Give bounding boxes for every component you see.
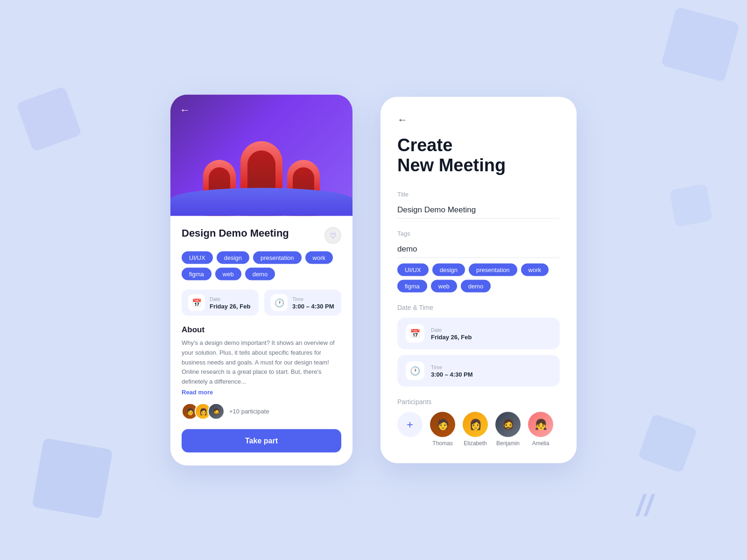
date-card: 📅 Date Friday 26, Feb (182, 290, 259, 316)
participant-item-thomas: 🧑 Thomas (430, 412, 455, 447)
participant-name-amelia: Amelia (532, 440, 550, 447)
add-participant-item: + (397, 412, 423, 437)
about-title: About (182, 325, 341, 335)
decoration-cube-top-right (661, 7, 740, 82)
meeting-title-row: Design Demo Meeting ♡ (182, 227, 341, 244)
decoration-cube-bottom-left (32, 438, 113, 519)
avatar-thomas: 🧑 (430, 412, 455, 437)
hero-ground (170, 188, 352, 216)
participant-list: + 🧑 Thomas 👩 Elizabeth 🧔 Benjamin (397, 412, 560, 447)
time-card: 🕐 Time 3:00 – 4:30 PM (264, 290, 341, 316)
create-tag-demo[interactable]: demo (461, 280, 491, 293)
tag-presentation[interactable]: presentation (253, 252, 302, 264)
participant-name-thomas: Thomas (432, 440, 452, 447)
tags-input[interactable] (397, 241, 560, 258)
create-tag-uiux[interactable]: UI/UX (397, 264, 429, 276)
avatar-elizabeth: 👩 (463, 412, 488, 437)
decoration-cube-bottom-right (638, 413, 698, 473)
date-info: Date Friday 26, Feb (210, 296, 250, 309)
title-label: Title (397, 191, 560, 198)
create-tag-work[interactable]: work (521, 264, 549, 276)
participants-section-label: Participants (397, 398, 560, 406)
small-avatar-3: 🧔 (208, 403, 225, 420)
calendar-icon: 📅 (188, 294, 205, 311)
clock-icon: 🕐 (271, 294, 288, 311)
add-icon: + (407, 418, 413, 431)
screens-container: ← Design Demo Meeting ♡ UI/UX design (170, 95, 577, 466)
title-form-group: Title (397, 191, 560, 219)
participants-row: 🧑 👩 🧔 +10 participate (182, 403, 341, 420)
create-meeting-title: Create New Meeting (397, 135, 560, 175)
date-label: Date (210, 296, 250, 301)
phone-body: Design Demo Meeting ♡ UI/UX design prese… (170, 216, 352, 466)
add-participant-button[interactable]: + (397, 412, 423, 437)
participant-item-benjamin: 🧔 Benjamin (495, 412, 521, 447)
title-input[interactable] (397, 202, 560, 219)
create-tag-presentation[interactable]: presentation (469, 264, 517, 276)
create-time-label: Time (431, 364, 473, 370)
meeting-title: Design Demo Meeting (182, 227, 289, 239)
time-label: Time (292, 296, 334, 301)
participant-name-benjamin: Benjamin (496, 440, 520, 447)
tags-label: Tags (397, 230, 560, 237)
create-time-card[interactable]: 🕐 Time 3:00 – 4:30 PM (397, 355, 560, 387)
avatar-benjamin: 🧔 (495, 412, 521, 437)
tags-chips: UI/UX design presentation work figma web… (397, 264, 560, 293)
time-value: 3:00 – 4:30 PM (292, 302, 334, 309)
participants-section: Participants + 🧑 Thomas 👩 Elizabeth (397, 398, 560, 447)
tag-design[interactable]: design (217, 252, 249, 264)
favorite-button[interactable]: ♡ (324, 227, 341, 244)
create-time-info: Time 3:00 – 4:30 PM (431, 364, 473, 378)
participate-count: +10 participate (229, 408, 269, 415)
create-date-card[interactable]: 📅 Date Friday 26, Feb (397, 318, 560, 350)
create-date-value: Friday 26, Feb (431, 333, 472, 340)
decoration-cube-mid-right (669, 184, 713, 227)
left-phone-card: ← Design Demo Meeting ♡ UI/UX design (170, 95, 352, 466)
create-date-info: Date Friday 26, Feb (431, 327, 472, 340)
tag-work[interactable]: work (305, 252, 333, 264)
read-more-link[interactable]: Read more (182, 388, 341, 395)
decoration-cube-top-left (16, 86, 82, 152)
participant-avatars: 🧑 👩 🧔 (182, 403, 225, 420)
avatar-amelia: 👧 (528, 412, 553, 437)
take-part-button[interactable]: Take part (182, 429, 341, 452)
participant-item-elizabeth: 👩 Elizabeth (463, 412, 488, 447)
datetime-section-label: Date & Time (397, 304, 560, 311)
create-tag-design[interactable]: design (432, 264, 465, 276)
create-tag-web[interactable]: web (431, 280, 457, 293)
double-slash-decoration: // (634, 488, 657, 523)
tag-figma[interactable]: figma (182, 268, 211, 280)
tag-demo[interactable]: demo (245, 268, 275, 280)
about-text: Why's a design demo important? It shows … (182, 338, 341, 387)
create-clock-icon: 🕐 (406, 362, 424, 380)
tag-uiux[interactable]: UI/UX (182, 252, 213, 264)
date-time-row: 📅 Date Friday 26, Feb 🕐 Time 3:00 – 4:30… (182, 290, 341, 316)
about-section: About Why's a design demo important? It … (182, 325, 341, 396)
tags-form-group: Tags UI/UX design presentation work figm… (397, 230, 560, 293)
tag-web[interactable]: web (215, 268, 241, 280)
create-date-label: Date (431, 327, 472, 332)
create-calendar-icon: 📅 (406, 324, 424, 343)
create-tag-figma[interactable]: figma (397, 280, 427, 293)
participant-name-elizabeth: Elizabeth (464, 440, 486, 447)
create-back-button[interactable]: ← (397, 113, 560, 126)
participant-item-amelia: 👧 Amelia (528, 412, 553, 447)
tags-row: UI/UX design presentation work figma web… (182, 252, 341, 280)
create-meeting-card: ← Create New Meeting Title Tags UI/UX de… (381, 97, 577, 463)
date-value: Friday 26, Feb (210, 302, 250, 309)
hero-image: ← (170, 95, 352, 216)
create-time-value: 3:00 – 4:30 PM (431, 371, 473, 378)
heart-icon: ♡ (330, 231, 336, 240)
datetime-form-group: Date & Time 📅 Date Friday 26, Feb 🕐 Time… (397, 304, 560, 387)
time-info: Time 3:00 – 4:30 PM (292, 296, 334, 309)
hero-back-button[interactable]: ← (180, 104, 190, 116)
